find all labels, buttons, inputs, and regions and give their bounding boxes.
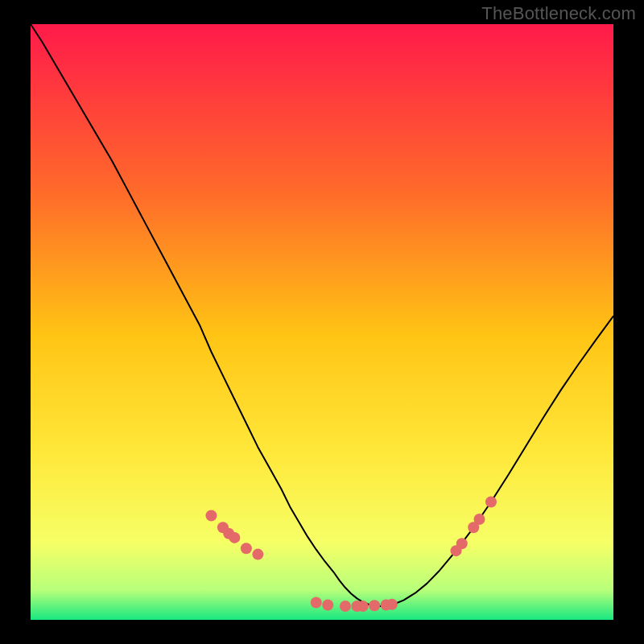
chart-background-gradient: [31, 24, 613, 620]
marker-point: [386, 599, 398, 610]
chart-svg: [31, 24, 613, 620]
chart-frame: TheBottleneck.com: [0, 0, 644, 644]
marker-point: [311, 597, 322, 609]
marker-point: [322, 600, 333, 611]
marker-point: [485, 496, 497, 507]
chart-plot-area: [31, 24, 613, 620]
watermark-text: TheBottleneck.com: [481, 3, 636, 24]
marker-point: [369, 600, 380, 611]
marker-point: [205, 510, 217, 522]
marker-point: [456, 538, 468, 549]
marker-point: [357, 601, 369, 612]
marker-point: [340, 601, 351, 612]
marker-point: [229, 532, 240, 543]
marker-point: [473, 514, 485, 525]
marker-point: [241, 543, 252, 554]
marker-point: [252, 549, 263, 560]
